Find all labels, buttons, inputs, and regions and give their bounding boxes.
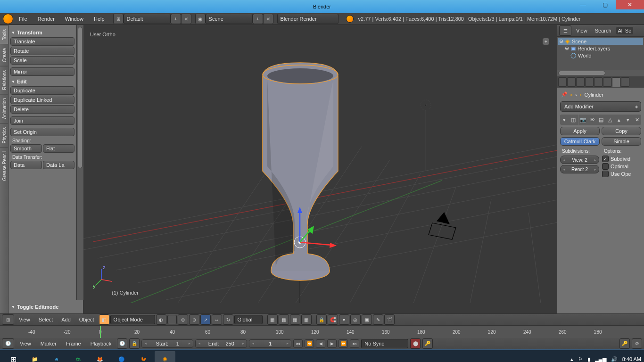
keyframe-prev-button[interactable]: ⏪: [305, 339, 314, 348]
menu-file[interactable]: File: [14, 16, 32, 22]
prop-tab-world[interactable]: [585, 77, 594, 87]
outliner-editor-icon[interactable]: ☰: [559, 25, 571, 36]
3d-viewport[interactable]: z y User Ortho (1) Cylinder +: [83, 25, 557, 313]
start-frame-field[interactable]: Start: 1: [141, 339, 193, 348]
screen-layout-dropdown[interactable]: Default: [124, 14, 171, 24]
scale-button[interactable]: Scale: [10, 56, 74, 65]
timeline-menu-view[interactable]: View: [16, 341, 35, 346]
outliner-world-row[interactable]: ◯World: [558, 52, 643, 59]
modifier-cage-toggle[interactable]: △: [606, 115, 614, 125]
auto-keyframe-button[interactable]: ⬤: [410, 338, 421, 349]
manipulator-toggle[interactable]: ↗: [200, 314, 211, 325]
modifier-move-down[interactable]: ▾: [624, 115, 632, 125]
use-opensubdiv-checkbox[interactable]: [602, 171, 609, 177]
pivot-icon[interactable]: ⊕: [178, 314, 188, 325]
outliner-view-menu[interactable]: View: [573, 28, 590, 33]
pin-icon[interactable]: 📌: [561, 91, 568, 98]
tab-relations[interactable]: Relations: [0, 66, 8, 94]
clapboard-icon[interactable]: 🎬: [384, 314, 395, 325]
snap-element-icon[interactable]: ▾: [339, 314, 349, 325]
close-button[interactable]: ✕: [616, 0, 644, 9]
render-engine-dropdown[interactable]: Blender Render: [277, 14, 339, 24]
prop-tab-scene[interactable]: [576, 77, 585, 87]
use-preview-range-icon[interactable]: 🕐: [117, 338, 127, 349]
modifier-move-up[interactable]: ▴: [615, 115, 623, 125]
data-layout-button[interactable]: Data La: [43, 161, 74, 169]
modifier-edit-toggle[interactable]: ▤: [597, 115, 605, 125]
mode-dropdown[interactable]: Object Mode: [110, 315, 155, 324]
prop-tab-render-layers[interactable]: [567, 77, 576, 87]
layer-button[interactable]: ▦: [267, 314, 278, 325]
battery-icon[interactable]: ▮: [587, 356, 590, 362]
minimize-button[interactable]: —: [572, 0, 594, 9]
smooth-button[interactable]: Smooth: [10, 144, 42, 153]
outliner-renderlayers-row[interactable]: ⊕▣RenderLayers: [558, 45, 643, 52]
tab-grease-pencil[interactable]: Grease Pencil: [0, 147, 8, 185]
edit-panel-header[interactable]: Edit: [10, 77, 74, 86]
breadcrumb-object[interactable]: Cylinder: [584, 92, 603, 98]
keying-set-icon[interactable]: 🔑: [422, 338, 433, 349]
mirror-button[interactable]: Mirror: [10, 67, 74, 76]
menu-window[interactable]: Window: [60, 16, 88, 22]
timeline-ruler[interactable]: -40-200204060801001201401601802002202402…: [0, 326, 644, 338]
firefox-icon[interactable]: 🦊: [90, 351, 110, 362]
viewport-editor-icon[interactable]: ⊞: [2, 314, 14, 325]
blender-logo-icon[interactable]: [3, 14, 13, 24]
jump-end-button[interactable]: ⏭: [350, 339, 359, 348]
transform-panel-header[interactable]: Transform: [10, 28, 74, 37]
tab-animation[interactable]: Animation: [0, 94, 8, 123]
modifier-viewport-toggle[interactable]: 👁: [588, 115, 596, 125]
jump-start-button[interactable]: ⏮: [293, 339, 303, 348]
optimal-display-checkbox[interactable]: [602, 163, 609, 170]
timeline-editor-icon[interactable]: 🕐: [2, 338, 14, 349]
scene-add-button[interactable]: +: [253, 14, 263, 24]
prop-tab-data[interactable]: [621, 77, 629, 87]
current-frame-field[interactable]: 1: [249, 339, 291, 348]
blender-taskbar-icon[interactable]: ◉: [155, 351, 175, 362]
start-button[interactable]: ⊞: [3, 351, 24, 362]
uc-icon[interactable]: 🐿: [133, 351, 154, 362]
render-subdivisions-field[interactable]: Rend: 2: [560, 165, 599, 173]
file-explorer-icon[interactable]: 📁: [25, 351, 45, 362]
manipulator-rotate[interactable]: ↻: [223, 314, 233, 325]
scene-icon[interactable]: ◉: [195, 14, 206, 24]
orientation-dropdown[interactable]: Global: [234, 315, 263, 324]
data-button[interactable]: Data: [10, 161, 42, 169]
store-icon[interactable]: 🛍: [68, 351, 89, 362]
region-toggle-icon[interactable]: +: [543, 38, 549, 45]
outliner-filter-dropdown[interactable]: All Sc: [616, 27, 633, 34]
snap-icon[interactable]: 🧲: [328, 314, 338, 325]
copy-button[interactable]: Copy: [602, 127, 641, 135]
scene-remove-button[interactable]: ✕: [263, 14, 273, 24]
outliner[interactable]: ⊖◉Scene ⊕▣RenderLayers ◯World: [557, 37, 644, 70]
translate-button[interactable]: Translate: [10, 37, 74, 46]
viewport-menu-add[interactable]: Add: [58, 317, 74, 322]
layer-button[interactable]: ▦: [279, 314, 289, 325]
mode-icon[interactable]: ◧: [99, 314, 109, 325]
chrome-icon[interactable]: 🔵: [111, 351, 132, 362]
prop-tab-render[interactable]: [558, 77, 567, 87]
viewport-menu-select[interactable]: Select: [35, 317, 57, 322]
play-button[interactable]: ▶: [327, 339, 337, 348]
subdivide-uvs-checkbox[interactable]: ✓: [602, 156, 609, 162]
catmull-clark-button[interactable]: Catmull-Clark: [560, 137, 600, 146]
layout-remove-button[interactable]: ✕: [181, 14, 191, 24]
lock-range-icon[interactable]: 🔒: [129, 338, 140, 349]
view-subdivisions-field[interactable]: View: 2: [560, 156, 599, 164]
screen-layout-icon[interactable]: ⊞: [113, 14, 124, 24]
duplicate-linked-button[interactable]: Duplicate Linked: [10, 96, 74, 104]
timeline-menu-frame[interactable]: Frame: [62, 341, 85, 346]
tray-up-icon[interactable]: ▴: [570, 356, 573, 362]
viewport-menu-object[interactable]: Object: [75, 317, 98, 322]
keyframe-next-button[interactable]: ⏩: [339, 339, 348, 348]
set-origin-dropdown[interactable]: Set Origin: [10, 128, 74, 136]
timeline-menu-marker[interactable]: Marker: [37, 341, 60, 346]
toolshelf-scrollbar[interactable]: [77, 25, 83, 300]
duplicate-button[interactable]: Duplicate: [10, 86, 74, 95]
ie-icon[interactable]: e: [46, 351, 67, 362]
modifier-render-toggle[interactable]: 📷: [579, 115, 587, 125]
menu-help[interactable]: Help: [89, 16, 109, 22]
rotate-button[interactable]: Rotate: [10, 47, 74, 55]
gpencil-icon[interactable]: ✎: [373, 314, 383, 325]
outliner-scene-row[interactable]: ⊖◉Scene: [558, 38, 643, 45]
